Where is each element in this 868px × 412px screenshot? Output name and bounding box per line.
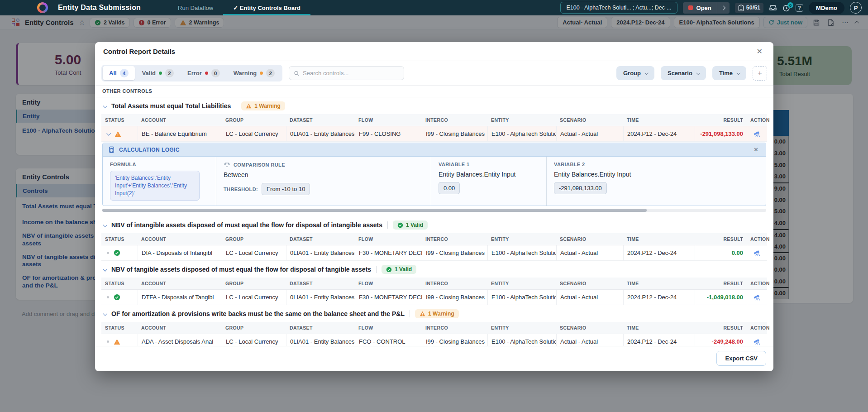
cell-scenario: Actual - Actual xyxy=(556,290,623,305)
group-valid-badge: 1 Valid xyxy=(382,265,416,274)
search-input[interactable] xyxy=(303,70,399,77)
table-row[interactable]: DIA - Disposals of Intangibl LC - Local … xyxy=(101,245,767,261)
variable1-value[interactable]: 0.00 xyxy=(439,182,460,194)
chevron-down-icon xyxy=(736,71,740,75)
avatar[interactable]: P xyxy=(850,2,862,14)
table-row[interactable]: DTFA - Disposals of Tangibl LC - Local C… xyxy=(101,290,767,305)
add-filter-button[interactable]: + xyxy=(753,66,767,81)
tab-run-dataflow[interactable]: Run Dataflow xyxy=(168,0,223,15)
filter-count: 4 xyxy=(120,69,129,77)
table-header-row: STATUSACCOUNTGROUPDATASETFLOWINTERCOENTI… xyxy=(101,322,767,334)
control-group: NBV of intangible assets disposed of mus… xyxy=(101,216,767,261)
group-header[interactable]: NBV of tangible assets disposed of must … xyxy=(101,261,767,278)
filter-all[interactable]: All 4 xyxy=(103,66,135,80)
cell-scenario: Actual - Actual xyxy=(556,126,623,141)
help-icon: ? xyxy=(796,4,803,12)
inbox-button[interactable] xyxy=(769,4,777,11)
cell-time: 2024.P12 - Dec-24 xyxy=(623,334,695,346)
cell-entity: E100 - AlphaTech Solutions xyxy=(487,126,556,141)
variable1-name: Entity Balances.Entity Input xyxy=(439,171,539,178)
variable2-name: Entity Balances.Entity Input xyxy=(554,171,758,178)
app-logo-icon xyxy=(37,2,48,13)
chevron-down-icon xyxy=(644,71,648,75)
filter-error[interactable]: Error 0 xyxy=(181,66,226,80)
control-group: Total Assets must equal Total Liabilitie… xyxy=(101,97,767,212)
chevron-down-icon xyxy=(103,267,107,272)
cell-scenario: Actual - Actual xyxy=(556,245,623,260)
group-dropdown[interactable]: Group xyxy=(616,66,654,80)
control-group: OF for amortization & provisions write b… xyxy=(101,305,767,346)
telescope-icon xyxy=(754,130,761,138)
green-dot-icon xyxy=(159,72,162,75)
group-warning-badge: 1 Warning xyxy=(241,101,285,110)
formula-label: FORMULA xyxy=(110,162,209,167)
search-controls-box[interactable] xyxy=(289,66,404,80)
tab-entity-controls-board[interactable]: ✓ Entity Controls Board xyxy=(223,0,310,15)
group-header[interactable]: NBV of intangible assets disposed of mus… xyxy=(101,216,767,233)
variable2-value[interactable]: -291,098,133.00 xyxy=(554,182,607,194)
drilldown-button[interactable] xyxy=(747,126,767,141)
context-selector-pill[interactable]: E100 - AlphaTech Soluti... ; Actu...; De… xyxy=(560,2,677,14)
clipboard-icon xyxy=(738,5,744,11)
counter-label: 50/51 xyxy=(746,5,760,11)
group-title: OF for amortization & provisions write b… xyxy=(111,310,405,317)
table-row[interactable]: BE - Balance Equilibrium LC - Local Curr… xyxy=(101,126,767,142)
telescope-icon xyxy=(754,338,761,345)
group-header[interactable]: OF for amortization & provisions write b… xyxy=(101,305,767,322)
calculator-icon xyxy=(108,146,115,153)
group-warning-badge: 1 Warning xyxy=(415,309,459,318)
red-dot-icon xyxy=(205,72,208,75)
time-dropdown[interactable]: Time xyxy=(712,66,746,80)
group-title: NBV of tangible assets disposed of must … xyxy=(111,266,371,273)
divider xyxy=(387,221,388,229)
scenario-dropdown[interactable]: Scenario xyxy=(661,66,706,80)
formula-value[interactable]: 'Entity Balances'.'Entity Input'+'Entity… xyxy=(110,171,200,201)
cell-group: LC - Local Currency xyxy=(222,334,286,346)
table-row[interactable]: ADA - Asset Disposals Anal LC - Local Cu… xyxy=(101,334,767,346)
scrollbar-thumb[interactable] xyxy=(102,209,647,212)
cell-entity: E100 - AlphaTech Solutions xyxy=(487,290,556,305)
table-header-row: STATUSACCOUNTGROUPDATASETFLOWINTERCOENTI… xyxy=(101,278,767,290)
drilldown-button[interactable] xyxy=(747,334,767,346)
open-status-button[interactable]: Open xyxy=(683,2,730,14)
app-title: Entity Data Submission xyxy=(58,4,141,12)
task-counter[interactable]: 50/51 xyxy=(735,3,763,13)
help-button[interactable]: ? xyxy=(796,4,803,12)
drilldown-button[interactable] xyxy=(747,245,767,260)
row-dot-icon xyxy=(107,296,109,298)
horizontal-scrollbar[interactable] xyxy=(102,209,766,212)
group-header[interactable]: Total Assets must equal Total Liabilitie… xyxy=(101,97,767,114)
open-chevron-button[interactable] xyxy=(717,4,730,12)
telescope-icon xyxy=(754,293,761,301)
threshold-label: THRESHOLD: xyxy=(224,187,258,192)
row-expand-chevron[interactable] xyxy=(106,131,111,136)
export-csv-button[interactable]: Export CSV xyxy=(716,351,766,366)
check-circle-icon xyxy=(386,267,392,273)
variable1-label: VARIABLE 1 xyxy=(439,162,539,167)
chevron-down-icon xyxy=(103,103,107,108)
filter-count: 2 xyxy=(165,69,174,77)
cell-flow: F30 - MONETARY DECREA xyxy=(355,245,422,260)
telescope-icon xyxy=(754,249,761,257)
filter-valid[interactable]: Valid 2 xyxy=(136,66,180,80)
filter-warning[interactable]: Warning 2 xyxy=(227,66,281,80)
cell-flow: FCO - CONTROL xyxy=(355,334,422,346)
cell-dataset: 0LIA01 - Entity Balances xyxy=(286,245,355,260)
cell-interco: I99 - Closing Balances xyxy=(422,245,487,260)
open-label: Open xyxy=(696,5,711,11)
comparison-rule-label: COMPARISON RULE xyxy=(224,162,424,168)
warning-status-icon xyxy=(114,131,121,137)
warning-triangle-icon xyxy=(420,311,425,316)
calc-panel-title: CALCULATION LOGIC xyxy=(119,147,180,153)
threshold-value[interactable]: From -10 to 10 xyxy=(262,183,310,195)
calc-close-icon[interactable]: ✕ xyxy=(752,145,760,154)
timer-button[interactable]: 0 xyxy=(782,4,790,12)
cell-result: -249,248.00 xyxy=(695,334,747,346)
modal-close-icon[interactable]: ✕ xyxy=(754,46,765,57)
user-menu[interactable]: MDemo xyxy=(809,2,844,14)
scale-icon xyxy=(224,162,230,168)
comparison-rule-value: Between xyxy=(224,171,424,178)
cell-group: LC - Local Currency xyxy=(222,245,286,260)
cell-entity: E100 - AlphaTech Solutions xyxy=(487,245,556,260)
drilldown-button[interactable] xyxy=(747,290,767,305)
